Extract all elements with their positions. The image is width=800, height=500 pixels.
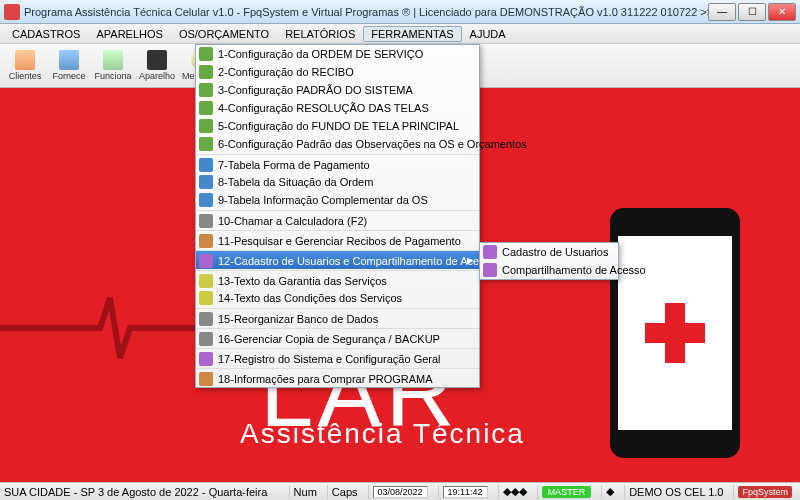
funciona-icon — [103, 50, 123, 70]
menuitem[interactable]: 11-Pesquisar e Gerenciar Recibos de Paga… — [196, 230, 479, 249]
submenu-icon — [483, 263, 497, 277]
status-time: 19:11:42 — [443, 486, 488, 498]
window-controls: — ☐ ✕ — [708, 3, 796, 21]
menuitem[interactable]: 5-Configuração do FUNDO DE TELA PRINCIPA… — [196, 117, 479, 135]
menuitem[interactable]: 18-Informações para Comprar PROGRAMA — [196, 368, 479, 387]
menu-ajuda[interactable]: AJUDA — [462, 26, 514, 42]
menuitem[interactable]: 8-Tabela da Situação da Ordem — [196, 173, 479, 191]
status-caps: Caps — [327, 485, 362, 499]
menuitem-label: 4-Configuração RESOLUÇÃO DAS TELAS — [218, 102, 429, 114]
menuitem-label: 1-Configuração da ORDEM DE SERVIÇO — [218, 48, 423, 60]
menuitem-label: 5-Configuração do FUNDO DE TELA PRINCIPA… — [218, 120, 459, 132]
logo-sub-text: Assistência Técnica — [240, 418, 525, 450]
usuarios-submenu: Cadastro de UsuariosCompartilhamento de … — [479, 242, 619, 280]
menuitem[interactable]: 17-Registro do Sistema e Configuração Ge… — [196, 348, 479, 367]
submenu-item[interactable]: Compartilhamento de Acesso — [480, 261, 618, 279]
close-button[interactable]: ✕ — [768, 3, 796, 21]
menuitem[interactable]: 9-Tabela Informação Complementar da OS — [196, 191, 479, 209]
menuitem-label: 2-Configuração do RECIBO — [218, 66, 354, 78]
menuitem[interactable]: 15-Reorganizar Banco de Dados — [196, 308, 479, 327]
menuitem[interactable]: 16-Gerenciar Copia de Segurança / BACKUP — [196, 328, 479, 347]
cross-icon — [665, 303, 685, 363]
menuitem-label: 3-Configuração PADRÃO DO SISTEMA — [218, 84, 413, 96]
menuitem[interactable]: 4-Configuração RESOLUÇÃO DAS TELAS — [196, 99, 479, 117]
menu-cadastros[interactable]: CADASTROS — [4, 26, 88, 42]
menuitem[interactable]: 7-Tabela Forma de Pagamento — [196, 154, 479, 173]
titlebar: Programa Assistência Técnica Celular v1.… — [0, 0, 800, 24]
menu-aparelhos[interactable]: APARELHOS — [88, 26, 170, 42]
status-location: SUA CIDADE - SP 3 de Agosto de 2022 - Qu… — [4, 486, 283, 498]
menuitem[interactable]: 14-Texto das Condições dos Serviços — [196, 289, 479, 307]
maximize-button[interactable]: ☐ — [738, 3, 766, 21]
status-icon2: ◆ — [601, 485, 618, 499]
tool-clientes[interactable]: Clientes — [4, 46, 46, 86]
menuitem-label: 7-Tabela Forma de Pagamento — [218, 159, 370, 171]
submenu-label: Cadastro de Usuarios — [502, 246, 608, 258]
menuitem[interactable]: 6-Configuração Padrão das Observações na… — [196, 135, 479, 153]
menuitem-label: 6-Configuração Padrão das Observações na… — [218, 138, 527, 150]
menu-os/orçamento[interactable]: OS/ORÇAMENTO — [171, 26, 277, 42]
statusbar: SUA CIDADE - SP 3 de Agosto de 2022 - Qu… — [0, 482, 800, 500]
menuitem-icon — [199, 332, 213, 346]
tool-aparelho[interactable]: Aparelho — [136, 46, 178, 86]
menuitem-icon — [199, 137, 213, 151]
menuitem-icon — [199, 234, 213, 248]
menuitem-label: 11-Pesquisar e Gerenciar Recibos de Paga… — [218, 235, 461, 247]
menuitem-icon — [199, 119, 213, 133]
clientes-icon — [15, 50, 35, 70]
status-num: Num — [289, 485, 321, 499]
menuitem-icon — [199, 372, 213, 386]
menuitem-label: 13-Texto da Garantia das Serviços — [218, 275, 387, 287]
tool-fornece[interactable]: Fornece — [48, 46, 90, 86]
chevron-right-icon: ▶ — [467, 256, 473, 265]
submenu-label: Compartilhamento de Acesso — [502, 264, 646, 276]
fornece-icon — [59, 50, 79, 70]
menuitem[interactable]: 13-Texto da Garantia das Serviços — [196, 270, 479, 289]
tool-funciona[interactable]: Funciona — [92, 46, 134, 86]
menuitem[interactable]: 2-Configuração do RECIBO — [196, 63, 479, 81]
status-demo: DEMO OS CEL 1.0 — [624, 485, 727, 499]
menuitem-label: 16-Gerenciar Copia de Segurança / BACKUP — [218, 333, 440, 345]
menuitem-label: 15-Reorganizar Banco de Dados — [218, 313, 378, 325]
menuitem-icon — [199, 47, 213, 61]
tool-label: Aparelho — [139, 71, 175, 81]
menuitem-label: 12-Cadastro de Usuarios e Compartilhamen… — [218, 255, 496, 267]
menuitem[interactable]: 1-Configuração da ORDEM DE SERVIÇO — [196, 45, 479, 63]
menuitem-icon — [199, 274, 213, 288]
menuitem-label: 14-Texto das Condições dos Serviços — [218, 292, 402, 304]
menuitem-icon — [199, 175, 213, 189]
menuitem-icon — [199, 83, 213, 97]
menuitem-label: 10-Chamar a Calculadora (F2) — [218, 215, 367, 227]
submenu-item[interactable]: Cadastro de Usuarios — [480, 243, 618, 261]
menuitem-label: 9-Tabela Informação Complementar da OS — [218, 194, 428, 206]
aparelho-icon — [147, 50, 167, 70]
window-title: Programa Assistência Técnica Celular v1.… — [24, 6, 708, 18]
tool-label: Funciona — [94, 71, 131, 81]
menuitem[interactable]: 12-Cadastro de Usuarios e Compartilhamen… — [196, 250, 479, 269]
menuitem[interactable]: 3-Configuração PADRÃO DO SISTEMA — [196, 81, 479, 99]
status-brand: FpqSystem — [738, 486, 792, 498]
menuitem-label: 18-Informações para Comprar PROGRAMA — [218, 373, 433, 385]
phone-graphic — [610, 208, 740, 458]
menuitem-label: 8-Tabela da Situação da Ordem — [218, 176, 373, 188]
menuitem[interactable]: 10-Chamar a Calculadora (F2) — [196, 210, 479, 229]
menu-ferramentas[interactable]: FERRAMENTAS — [363, 26, 461, 42]
tool-label: Clientes — [9, 71, 42, 81]
tool-label: Fornece — [52, 71, 85, 81]
menubar: CADASTROSAPARELHOSOS/ORÇAMENTORELATÓRIOS… — [0, 24, 800, 44]
menuitem-label: 17-Registro do Sistema e Configuração Ge… — [218, 353, 441, 365]
menu-relatórios[interactable]: RELATÓRIOS — [277, 26, 363, 42]
menuitem-icon — [199, 193, 213, 207]
menuitem-icon — [199, 312, 213, 326]
menuitem-icon — [199, 101, 213, 115]
menuitem-icon — [199, 158, 213, 172]
menuitem-icon — [199, 254, 213, 268]
app-icon — [4, 4, 20, 20]
menuitem-icon — [199, 352, 213, 366]
minimize-button[interactable]: — — [708, 3, 736, 21]
submenu-icon — [483, 245, 497, 259]
menuitem-icon — [199, 214, 213, 228]
ferramentas-dropdown: 1-Configuração da ORDEM DE SERVIÇO2-Conf… — [195, 44, 480, 388]
menuitem-icon — [199, 291, 213, 305]
menuitem-icon — [199, 65, 213, 79]
